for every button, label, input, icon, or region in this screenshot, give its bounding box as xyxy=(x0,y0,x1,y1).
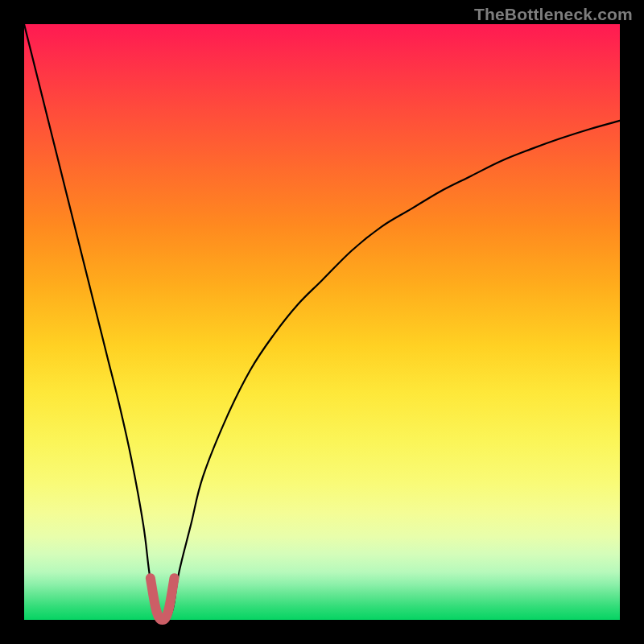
curve-path xyxy=(24,24,620,621)
plot-area xyxy=(24,24,620,620)
chart-frame: TheBottleneck.com xyxy=(0,0,644,644)
curve-marker xyxy=(151,578,175,620)
watermark-text: TheBottleneck.com xyxy=(474,5,633,24)
bottleneck-curve xyxy=(24,24,620,620)
